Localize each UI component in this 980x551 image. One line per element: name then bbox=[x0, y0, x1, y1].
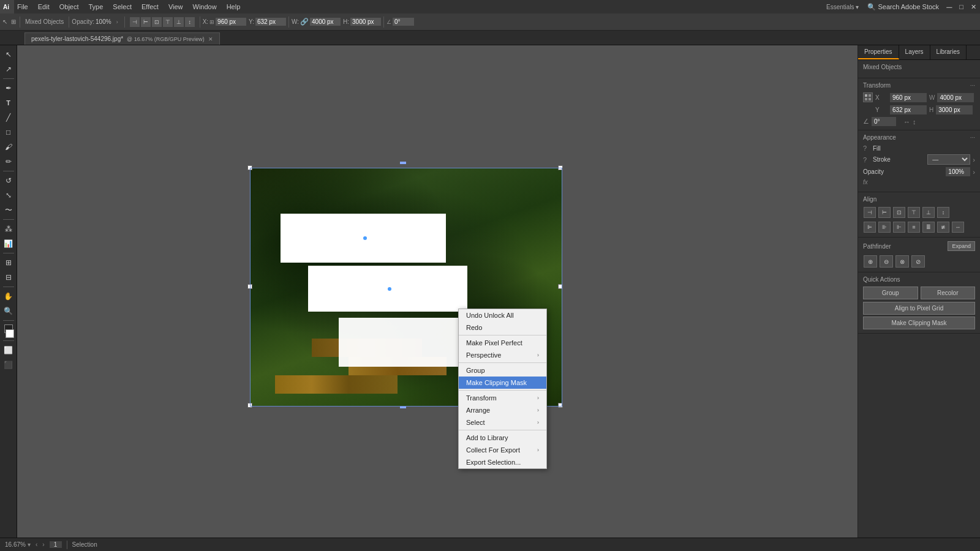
flip-h-btn[interactable]: ↔ bbox=[903, 118, 910, 126]
tab-libraries[interactable]: Libraries bbox=[930, 45, 967, 59]
angle-input[interactable] bbox=[393, 18, 414, 26]
panel-y-input[interactable] bbox=[890, 105, 927, 114]
appearance-more-btn[interactable]: ··· bbox=[970, 134, 975, 141]
handle-mid-right[interactable] bbox=[558, 284, 563, 289]
scale-btn[interactable]: ⤡ bbox=[2, 189, 15, 202]
type-tool-btn[interactable]: T bbox=[2, 96, 15, 110]
make-clipping-mask-btn[interactable]: Make Clipping Mask bbox=[863, 317, 975, 329]
stroke-more-btn[interactable]: › bbox=[973, 156, 975, 163]
handle-bottom-left[interactable] bbox=[247, 403, 252, 408]
close-btn[interactable]: ✕ bbox=[967, 0, 980, 13]
align-top-btn[interactable]: ⊤ bbox=[163, 17, 173, 27]
pathfinder-intersect-btn[interactable]: ⊗ bbox=[895, 255, 909, 268]
screen-mode-btn[interactable]: ⬜ bbox=[2, 343, 15, 357]
ctx-undo-unlock[interactable]: Undo Unlock All bbox=[459, 309, 546, 321]
line-tool-btn[interactable]: ╱ bbox=[2, 111, 15, 124]
menu-effect[interactable]: Effect bbox=[137, 0, 164, 13]
essentials-label[interactable]: Essentials ▾ bbox=[821, 0, 864, 13]
tab-layers[interactable]: Layers bbox=[899, 45, 930, 59]
handle-top-center[interactable] bbox=[400, 162, 406, 164]
ctx-transform[interactable]: Transform › bbox=[459, 392, 546, 404]
h-input[interactable] bbox=[350, 18, 381, 26]
align-pixel-grid-btn[interactable]: Align to Pixel Grid bbox=[863, 302, 975, 315]
align-h-center-btn[interactable]: ⊢ bbox=[878, 207, 891, 218]
distrib-top-btn[interactable]: ≡ bbox=[908, 222, 920, 233]
ctx-collect-for-export[interactable]: Collect For Export › bbox=[459, 444, 546, 456]
menu-view[interactable]: View bbox=[164, 0, 188, 13]
chain-icon[interactable]: 🔗 bbox=[300, 18, 309, 26]
distrib-right-btn[interactable]: ⊩ bbox=[893, 222, 905, 233]
ctx-make-pixel-perfect[interactable]: Make Pixel Perfect bbox=[459, 337, 546, 349]
distrib-v-btn[interactable]: ≣ bbox=[922, 222, 935, 233]
menu-edit[interactable]: Edit bbox=[33, 0, 55, 13]
artboard-btn[interactable]: ⊞ bbox=[2, 256, 15, 269]
opacity-arrow[interactable]: › bbox=[116, 19, 118, 25]
file-tab[interactable]: pexels-tyler-lastovich-544296.jpg* @ 16.… bbox=[24, 32, 220, 45]
ctx-perspective[interactable]: Perspective › bbox=[459, 349, 546, 361]
symbol-spray-btn[interactable]: ⁂ bbox=[2, 222, 15, 236]
panel-w-input[interactable] bbox=[937, 93, 974, 102]
menu-window[interactable]: Window bbox=[188, 0, 222, 13]
tab-properties[interactable]: Properties bbox=[858, 45, 899, 59]
handle-bottom-right[interactable] bbox=[558, 403, 563, 408]
rotate-btn[interactable]: ↺ bbox=[2, 174, 15, 187]
pathfinder-unite-btn[interactable]: ⊕ bbox=[864, 255, 877, 268]
pathfinder-minus-btn[interactable]: ⊖ bbox=[880, 255, 893, 268]
panel-h-input[interactable] bbox=[936, 105, 973, 114]
handle-bottom-center[interactable] bbox=[400, 406, 406, 408]
nav-next-btn[interactable]: › bbox=[42, 541, 44, 548]
panel-angle-input[interactable] bbox=[872, 117, 896, 126]
align-center-v-btn[interactable]: ⊥ bbox=[174, 17, 184, 27]
canvas-area[interactable]: Undo Unlock All Redo Make Pixel Perfect … bbox=[17, 45, 858, 538]
recolor-btn[interactable]: Recolor bbox=[921, 287, 976, 299]
align-bottom-edge-btn[interactable]: ↕ bbox=[937, 207, 949, 218]
distrib-h-space-btn[interactable]: ↔ bbox=[952, 222, 964, 233]
rect-tool-btn[interactable]: □ bbox=[2, 126, 15, 139]
menu-help[interactable]: Help bbox=[222, 0, 246, 13]
menu-select[interactable]: Select bbox=[108, 0, 137, 13]
opacity-input[interactable] bbox=[946, 167, 970, 176]
direct-selection-btn[interactable]: ↗ bbox=[2, 62, 15, 76]
y-input[interactable] bbox=[255, 18, 286, 26]
align-left-btn[interactable]: ⊣ bbox=[130, 17, 140, 27]
ctx-add-to-library[interactable]: Add to Library bbox=[459, 432, 546, 444]
transform-more-btn[interactable]: ··· bbox=[970, 82, 975, 89]
align-right-edge-btn[interactable]: ⊡ bbox=[893, 207, 905, 218]
ctx-make-clipping-mask[interactable]: Make Clipping Mask bbox=[459, 377, 546, 389]
handle-mid-left[interactable] bbox=[247, 284, 252, 289]
stroke-color[interactable] bbox=[6, 329, 14, 338]
align-right-btn[interactable]: ⊡ bbox=[152, 17, 162, 27]
ctx-export-selection[interactable]: Export Selection... bbox=[459, 456, 546, 468]
minimize-btn[interactable]: ─ bbox=[943, 0, 956, 13]
align-center-h-btn[interactable]: ⊢ bbox=[141, 17, 151, 27]
flip-v-btn[interactable]: ↕ bbox=[913, 118, 916, 126]
ctx-arrange[interactable]: Arrange › bbox=[459, 404, 546, 416]
w-input[interactable] bbox=[310, 18, 341, 26]
paintbrush-btn[interactable]: 🖌 bbox=[2, 140, 15, 154]
opacity-more-btn[interactable]: › bbox=[973, 168, 975, 176]
tab-close-btn[interactable]: ✕ bbox=[208, 36, 213, 42]
distrib-left-btn[interactable]: ⊫ bbox=[864, 222, 876, 233]
align-v-center-btn[interactable]: ⊥ bbox=[922, 207, 935, 218]
page-input[interactable] bbox=[50, 541, 62, 548]
restore-btn[interactable]: □ bbox=[956, 0, 967, 13]
hand-btn[interactable]: ✋ bbox=[2, 290, 15, 303]
align-left-edge-btn[interactable]: ⊣ bbox=[864, 207, 876, 218]
handle-top-right[interactable] bbox=[558, 165, 563, 170]
nav-prev-btn[interactable]: ‹ bbox=[36, 541, 37, 548]
handle-top-left[interactable] bbox=[247, 165, 252, 170]
align-bottom-btn[interactable]: ↕ bbox=[185, 17, 195, 27]
distrib-h-btn[interactable]: ⊪ bbox=[878, 222, 891, 233]
x-input[interactable] bbox=[216, 18, 246, 26]
pencil-btn[interactable]: ✏ bbox=[2, 155, 15, 168]
pathfinder-exclude-btn[interactable]: ⊘ bbox=[911, 255, 925, 268]
slice-btn[interactable]: ⊟ bbox=[2, 271, 15, 284]
white-rect-2[interactable] bbox=[308, 266, 467, 312]
menu-type[interactable]: Type bbox=[84, 0, 108, 13]
align-top-edge-btn[interactable]: ⊤ bbox=[908, 207, 920, 218]
warp-btn[interactable]: 〜 bbox=[2, 203, 15, 217]
expand-btn[interactable]: Expand bbox=[948, 241, 975, 251]
ctx-select[interactable]: Select › bbox=[459, 416, 546, 429]
ctx-group[interactable]: Group bbox=[459, 364, 546, 377]
ctx-redo[interactable]: Redo bbox=[459, 321, 546, 334]
